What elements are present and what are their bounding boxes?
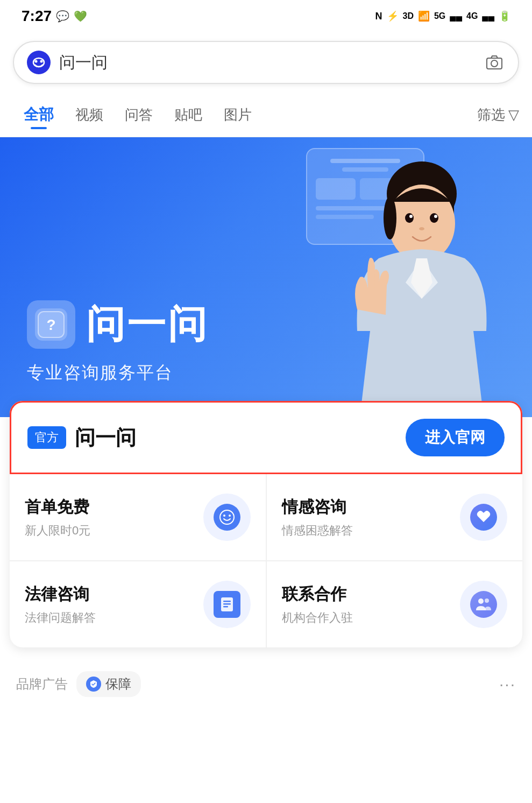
svg-point-1 (35, 60, 38, 63)
4g-icon: 4G (466, 11, 478, 21)
svg-text:?: ? (46, 316, 55, 333)
bottom-bar: 品牌广告 保障 ··· (0, 658, 532, 710)
svg-point-9 (405, 213, 414, 223)
hero-app-icon: ? (27, 300, 75, 349)
grid-item-legal[interactable]: 法律咨询 法律问题解答 (10, 561, 266, 647)
bluetooth-icon: ⚡ (387, 10, 399, 22)
status-icons: N ⚡ 3D 📶 5G ▄▄ 4G ▄▄ 🔋 (375, 10, 510, 22)
grid-item-free-first[interactable]: 首单免费 新人限时0元 (10, 474, 266, 560)
grid-item-icon-3 (203, 581, 251, 628)
people-icon (470, 591, 497, 618)
filter-tabs: 全部 视频 问答 贴吧 图片 筛选 ▽ (0, 93, 532, 137)
search-bar-container: 问一问 (0, 32, 532, 93)
heart-icon (470, 504, 497, 531)
battery-icon: 🔋 (499, 10, 510, 22)
official-badge: 官方 (27, 426, 66, 449)
grid-item-subtitle-1: 新人限时0元 (25, 523, 195, 539)
shield-icon (86, 677, 101, 692)
search-text[interactable]: 问一问 (59, 52, 475, 74)
grid-item-subtitle-2: 情感困惑解答 (282, 523, 452, 539)
grid-item-title-2: 情感咨询 (282, 496, 452, 518)
svg-point-14 (384, 196, 396, 240)
tab-tieba[interactable]: 贴吧 (164, 99, 213, 131)
signal-3d-icon: 3D (403, 11, 414, 21)
svg-point-26 (485, 598, 489, 603)
brand-label: 品牌广告 (16, 675, 68, 693)
baidu-logo (27, 51, 51, 74)
svg-point-25 (478, 598, 484, 604)
svg-point-12 (434, 215, 437, 218)
svg-rect-22 (223, 601, 231, 602)
hero-title: 问一问 (86, 299, 209, 350)
hero-banner: ? 问一问 专业咨询服务平台 (0, 137, 532, 417)
hero-subtitle: 专业咨询服务平台 (27, 361, 505, 385)
svg-point-2 (40, 60, 43, 63)
svg-point-13 (419, 227, 424, 230)
search-bar[interactable]: 问一问 (13, 41, 519, 84)
tab-image[interactable]: 图片 (213, 99, 263, 131)
grid-item-icon-4 (460, 581, 507, 628)
grid-item-text-1: 首单免费 新人限时0元 (25, 496, 195, 539)
signal-bar2-icon: ▄▄ (482, 11, 494, 21)
grid-item-icon-2 (460, 494, 507, 541)
grid-item-title-3: 法律咨询 (25, 583, 195, 605)
nfc-icon: N (375, 11, 382, 22)
status-time: 7:27 💬 💚 (22, 8, 87, 25)
svg-point-18 (220, 510, 234, 524)
svg-point-19 (223, 515, 225, 517)
svg-point-20 (229, 515, 231, 517)
svg-point-10 (430, 213, 438, 223)
wifi-icon: 📶 (418, 10, 430, 22)
smile-icon (214, 504, 240, 531)
status-bar: 7:27 💬 💚 N ⚡ 3D 📶 5G ▄▄ 4G ▄▄ 🔋 (0, 0, 532, 32)
official-name: 问一问 (75, 424, 397, 452)
svg-point-11 (409, 215, 413, 218)
hero-left-content: ? 问一问 专业咨询服务平台 (27, 299, 505, 385)
5g-icon: 5G (434, 11, 445, 21)
official-row: 官方 问一问 进入官网 (10, 401, 522, 474)
grid-item-title-1: 首单免费 (25, 496, 195, 518)
grid-item-text-3: 法律咨询 法律问题解答 (25, 583, 195, 626)
grid-item-cooperation[interactable]: 联系合作 机构合作入驻 (267, 561, 523, 647)
signal-bar-icon: ▄▄ (450, 11, 462, 21)
guarantee-label: 保障 (105, 675, 131, 693)
hero-logo-row: ? 问一问 (27, 299, 505, 350)
tab-all[interactable]: 全部 (13, 98, 65, 131)
tab-filter[interactable]: 筛选 ▽ (477, 105, 519, 124)
tab-qa[interactable]: 问答 (114, 99, 164, 131)
enter-website-button[interactable]: 进入官网 (406, 419, 505, 456)
document-icon (214, 591, 240, 618)
service-grid: 首单免费 新人限时0元 情感咨询 情感困惑解答 (10, 474, 522, 647)
grid-item-emotion[interactable]: 情感咨询 情感困惑解答 (267, 474, 523, 560)
tab-video[interactable]: 视频 (65, 99, 114, 131)
grid-item-subtitle-3: 法律问题解答 (25, 610, 195, 626)
grid-item-subtitle-4: 机构合作入驻 (282, 610, 452, 626)
svg-rect-23 (223, 603, 231, 605)
svg-rect-24 (223, 606, 228, 608)
wechat-icon: 💚 (74, 10, 87, 23)
filter-icon: ▽ (508, 107, 519, 123)
grid-item-icon-1 (203, 494, 251, 541)
svg-point-4 (491, 60, 498, 67)
more-options-dots[interactable]: ··· (499, 675, 516, 693)
time-display: 7:27 (22, 8, 52, 25)
msg-icon: 💬 (56, 10, 69, 23)
guarantee-badge: 保障 (76, 671, 141, 697)
grid-item-title-4: 联系合作 (282, 583, 452, 605)
card-section: 官方 问一问 进入官网 首单免费 新人限时0元 (10, 401, 522, 647)
camera-icon[interactable] (484, 52, 505, 73)
grid-item-text-2: 情感咨询 情感困惑解答 (282, 496, 452, 539)
grid-item-text-4: 联系合作 机构合作入驻 (282, 583, 452, 626)
